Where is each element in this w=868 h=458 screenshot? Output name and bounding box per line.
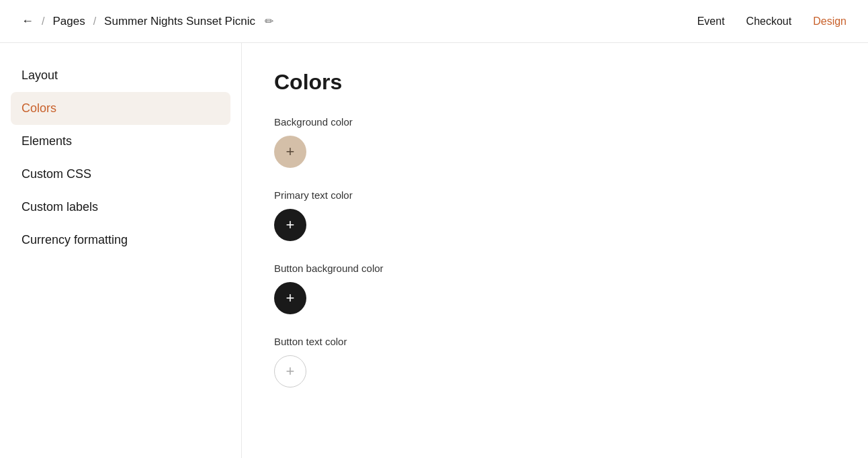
breadcrumb-separator: / [42, 15, 44, 28]
nav-event[interactable]: Event [697, 15, 725, 28]
header-nav: Event Checkout Design [697, 15, 847, 28]
main-layout: Layout Colors Elements Custom CSS Custom… [0, 43, 868, 458]
sidebar-item-currency-formatting[interactable]: Currency formatting [0, 224, 241, 257]
sidebar-item-custom-labels[interactable]: Custom labels [0, 191, 241, 224]
sidebar-item-colors[interactable]: Colors [11, 92, 230, 125]
edit-icon[interactable]: ✏ [265, 15, 273, 28]
button-text-color-section: Button text color + [274, 336, 836, 387]
primary-text-color-section: Primary text color + [274, 189, 836, 241]
button-bg-color-section: Button background color + [274, 263, 836, 314]
primary-text-color-label: Primary text color [274, 189, 836, 201]
background-color-section: Background color + [274, 116, 836, 168]
header: ← / Pages / Summer Nights Sunset Picnic … [0, 0, 868, 43]
sidebar: Layout Colors Elements Custom CSS Custom… [0, 43, 242, 458]
sidebar-item-custom-css[interactable]: Custom CSS [0, 158, 241, 191]
button-text-color-label: Button text color [274, 336, 836, 347]
nav-design[interactable]: Design [813, 15, 847, 28]
breadcrumb-divider2: / [93, 15, 96, 28]
breadcrumb-pages[interactable]: Pages [52, 15, 85, 28]
button-bg-color-label: Button background color [274, 263, 836, 274]
main-content: Colors Background color + Primary text c… [242, 43, 868, 458]
nav-checkout[interactable]: Checkout [746, 15, 792, 28]
button-bg-color-button[interactable]: + [274, 282, 306, 314]
header-left: ← / Pages / Summer Nights Sunset Picnic … [21, 14, 273, 28]
sidebar-item-elements[interactable]: Elements [0, 125, 241, 158]
button-text-color-button[interactable]: + [274, 355, 306, 387]
background-color-label: Background color [274, 116, 836, 128]
background-color-button[interactable]: + [274, 136, 306, 168]
back-button[interactable]: ← [21, 14, 34, 28]
primary-text-color-button[interactable]: + [274, 209, 306, 241]
sidebar-item-layout[interactable]: Layout [0, 59, 241, 92]
page-title: Colors [274, 70, 836, 95]
breadcrumb-page-title: Summer Nights Sunset Picnic [104, 15, 255, 28]
